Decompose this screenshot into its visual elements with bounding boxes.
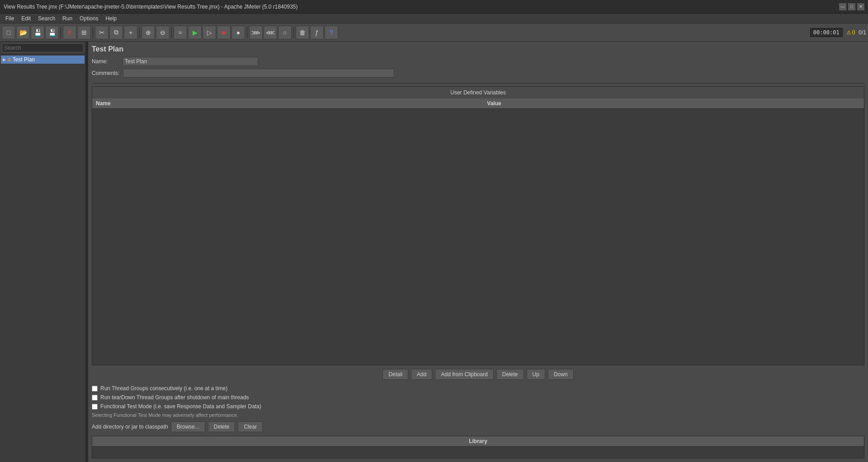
table-buttons-row: Detail Add Add from Clipboard Delete Up … [92, 369, 864, 380]
toolbar-shutdown[interactable]: ● [231, 26, 245, 39]
classpath-row: Add directory or jar to classpath Browse… [92, 421, 864, 432]
toolbar-sep-2 [93, 27, 93, 38]
info-text: Selecting Functional Test Mode may adver… [92, 412, 864, 418]
add-from-clipboard-button[interactable]: Add from Clipboard [435, 369, 493, 380]
toolbar-right: 00:00:01 ⚠ 0 0/1 [810, 28, 866, 37]
toolbar-paste[interactable]: + [124, 26, 137, 39]
toolbar-run-nothreads[interactable]: ▷ [203, 26, 216, 39]
clear-button[interactable]: Clear [238, 421, 263, 432]
toolbar: □ 📂 💾 💾 ✗ ⊞ ✂ ⧉ + ⊕ ⊖ ≈ ▶ ▷ ■ ● ⋙ ⋘ ○ 🗑 … [0, 23, 868, 42]
add-button[interactable]: Add [411, 369, 432, 380]
toolbar-remote-stop[interactable]: ⋘ [264, 26, 277, 39]
toolbar-new[interactable]: □ [2, 26, 15, 39]
checkbox-run-thread-groups-row: Run Thread Groups consecutively (i.e. on… [92, 385, 864, 392]
comments-row: Comments: [92, 69, 864, 78]
tree-area: ▶ A Test Plan [0, 55, 85, 462]
close-button[interactable]: ✕ [857, 3, 864, 10]
title-bar: View Results Tree.jmx (F:\JMeter\apache-… [0, 0, 868, 14]
menu-search[interactable]: Search [34, 14, 59, 23]
browse-button[interactable]: Browse... [171, 421, 205, 432]
udf-section-label: User Defined Variables [92, 87, 864, 98]
toolbar-stop[interactable]: ■ [217, 26, 231, 39]
toolbar-open[interactable]: 📂 [16, 26, 30, 39]
empty-table-body [92, 109, 864, 113]
menu-bar: File Edit Search Run Options Help [0, 14, 868, 23]
warning-count: 0 [852, 29, 855, 36]
toolbar-run[interactable]: ▶ [188, 26, 202, 39]
col-value-header: Value [483, 98, 864, 109]
name-row: Name: [92, 57, 864, 66]
menu-edit[interactable]: Edit [18, 14, 34, 23]
toolbar-revert[interactable]: ✗ [63, 26, 76, 39]
checkbox-functional-test-mode-row: Functional Test Mode (i.e. save Response… [92, 403, 864, 410]
error-count: 0/1 [859, 29, 866, 36]
menu-run[interactable]: Run [59, 14, 76, 23]
warning-icon: ⚠ [846, 29, 851, 36]
menu-options[interactable]: Options [76, 14, 102, 23]
window-controls: — □ ✕ [839, 3, 864, 10]
section-divider-1 [92, 83, 864, 84]
testplan-icon: A [8, 57, 11, 62]
up-button[interactable]: Up [527, 369, 545, 380]
checkbox-functional-test-mode[interactable] [92, 404, 98, 410]
col-name-header: Name [92, 98, 483, 109]
empty-table-row [92, 109, 864, 113]
comments-label: Comments: [92, 70, 119, 76]
checkbox-run-thread-groups-label: Run Thread Groups consecutively (i.e. on… [100, 385, 227, 392]
tree-item-label: Test Plan [13, 56, 35, 63]
collapse-icon: ▶ [3, 57, 6, 62]
toolbar-expand[interactable]: ⊕ [142, 26, 155, 39]
library-section: Library [92, 436, 864, 458]
classpath-label: Add directory or jar to classpath [92, 424, 168, 430]
timer-display: 00:00:01 [810, 28, 843, 37]
toolbar-help[interactable]: ? [325, 26, 338, 39]
detail-button[interactable]: Detail [382, 369, 408, 380]
toolbar-copy[interactable]: ⧉ [109, 26, 123, 39]
udf-table: Name Value [92, 98, 864, 113]
checkbox-functional-test-mode-label: Functional Test Mode (i.e. save Response… [100, 403, 261, 410]
menu-file[interactable]: File [2, 14, 18, 23]
panel-title: Test Plan [92, 45, 864, 53]
left-panel: ▶ A Test Plan [0, 42, 86, 462]
comments-input[interactable] [123, 69, 394, 78]
menu-help[interactable]: Help [102, 14, 120, 23]
toolbar-sep-6 [293, 27, 294, 38]
search-bar [0, 42, 85, 55]
toolbar-template[interactable]: ⊞ [77, 26, 91, 39]
checkbox-run-teardown-row: Run tearDown Thread Groups after shutdow… [92, 394, 864, 401]
user-defined-variables-table: User Defined Variables Name Value [92, 86, 864, 365]
warning-badge: ⚠ 0 [846, 29, 855, 36]
minimize-button[interactable]: — [839, 3, 846, 10]
checkbox-run-thread-groups[interactable] [92, 386, 98, 392]
toolbar-remote-start[interactable]: ⋙ [249, 26, 263, 39]
toolbar-collapse[interactable]: ⊖ [156, 26, 170, 39]
toolbar-remote-shutdown[interactable]: ○ [278, 26, 292, 39]
down-button[interactable]: Down [548, 369, 574, 380]
main-container: ▶ A Test Plan Test Plan Name: Comments: … [0, 42, 868, 462]
search-input[interactable] [2, 43, 84, 52]
checkbox-run-teardown[interactable] [92, 395, 98, 401]
toolbar-sep-4 [171, 27, 172, 38]
toolbar-function-helper[interactable]: ƒ [310, 26, 324, 39]
tree-item-testplan[interactable]: ▶ A Test Plan [1, 56, 85, 64]
toolbar-cut[interactable]: ✂ [95, 26, 108, 39]
library-header: Library [92, 436, 864, 447]
title-text: View Results Tree.jmx (F:\JMeter\apache-… [4, 4, 297, 10]
name-label: Name: [92, 58, 119, 65]
right-panel: Test Plan Name: Comments: User Defined V… [88, 42, 868, 462]
checkbox-run-teardown-label: Run tearDown Thread Groups after shutdow… [100, 394, 249, 401]
name-input[interactable] [123, 57, 258, 66]
toolbar-save[interactable]: 💾 [31, 26, 44, 39]
toolbar-sep-1 [61, 27, 61, 38]
classpath-delete-button[interactable]: Delete [208, 421, 236, 432]
toolbar-save-as[interactable]: 💾 [45, 26, 59, 39]
toolbar-toggle[interactable]: ≈ [174, 26, 187, 39]
delete-button[interactable]: Delete [496, 369, 524, 380]
toolbar-sep-3 [139, 27, 140, 38]
maximize-button[interactable]: □ [848, 3, 855, 10]
toolbar-sep-5 [247, 27, 247, 38]
toolbar-clear-all[interactable]: 🗑 [296, 26, 309, 39]
